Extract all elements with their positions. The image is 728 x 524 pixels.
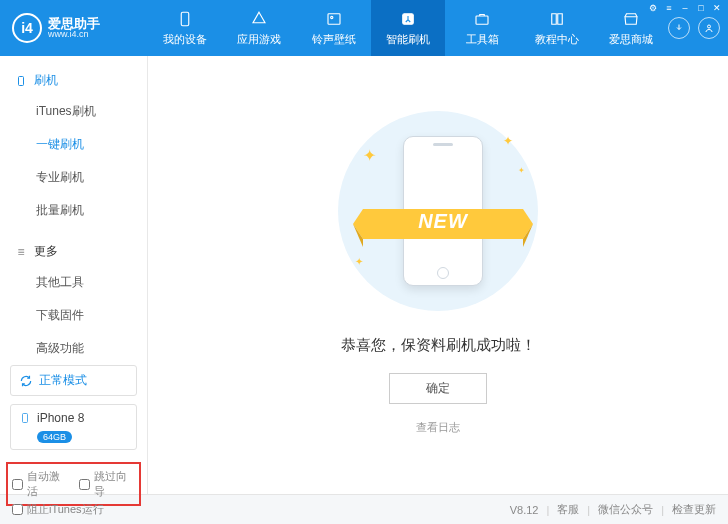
sidebar-item-itunes-flash[interactable]: iTunes刷机 xyxy=(0,95,147,128)
apps-icon xyxy=(249,9,269,29)
nav-label: 爱思商城 xyxy=(609,32,653,47)
update-link[interactable]: 检查更新 xyxy=(672,502,716,517)
sidebar-section-flash[interactable]: 刷机 xyxy=(0,66,147,95)
success-illustration: ✦ ✦ ✦ ✦ NEW xyxy=(333,106,543,316)
refresh-icon xyxy=(19,374,33,388)
device-box[interactable]: iPhone 8 64GB xyxy=(10,404,137,450)
store-icon xyxy=(621,9,641,29)
nav-store[interactable]: 爱思商城 xyxy=(594,0,668,56)
maximize-icon[interactable]: □ xyxy=(696,3,706,13)
nav-label: 我的设备 xyxy=(163,32,207,47)
nav-label: 工具箱 xyxy=(466,32,499,47)
block-itunes-checkbox[interactable]: 阻止iTunes运行 xyxy=(12,502,104,517)
nav-ringtones[interactable]: 铃声壁纸 xyxy=(297,0,371,56)
nav-label: 智能刷机 xyxy=(386,32,430,47)
phone-outline-icon xyxy=(14,74,28,88)
image-icon xyxy=(324,9,344,29)
nav-label: 教程中心 xyxy=(535,32,579,47)
nav-my-device[interactable]: 我的设备 xyxy=(148,0,222,56)
checks-highlight: 自动激活 跳过向导 xyxy=(6,462,141,506)
svg-rect-8 xyxy=(23,414,28,423)
phone-icon xyxy=(175,9,195,29)
success-message: 恭喜您，保资料刷机成功啦！ xyxy=(341,336,536,355)
svg-point-6 xyxy=(708,25,711,28)
nav-label: 应用游戏 xyxy=(237,32,281,47)
lines-icon: ≡ xyxy=(14,245,28,259)
close-icon[interactable]: ✕ xyxy=(712,3,722,13)
support-link[interactable]: 客服 xyxy=(557,502,579,517)
storage-badge: 64GB xyxy=(37,431,72,443)
download-icon[interactable] xyxy=(668,17,690,39)
sidebar-section-more[interactable]: ≡ 更多 xyxy=(0,237,147,266)
user-icon[interactable] xyxy=(698,17,720,39)
sidebar-item-other-tools[interactable]: 其他工具 xyxy=(0,266,147,299)
sidebar-item-oneclick-flash[interactable]: 一键刷机 xyxy=(0,128,147,161)
nav-tutorials[interactable]: 教程中心 xyxy=(519,0,593,56)
sidebar-item-download-firmware[interactable]: 下载固件 xyxy=(0,299,147,332)
book-icon xyxy=(547,9,567,29)
sidebar-section-label: 刷机 xyxy=(34,72,58,89)
content: ✦ ✦ ✦ ✦ NEW 恭喜您，保资料刷机成功啦！ 确定 查看日志 xyxy=(148,56,728,494)
nav-flash[interactable]: 智能刷机 xyxy=(371,0,445,56)
mode-label: 正常模式 xyxy=(39,372,87,389)
ribbon-text: NEW xyxy=(353,210,533,233)
auto-activate-checkbox[interactable]: 自动激活 xyxy=(12,469,69,499)
sidebar-item-batch-flash[interactable]: 批量刷机 xyxy=(0,194,147,227)
version-label: V8.12 xyxy=(510,504,539,516)
toolbox-icon xyxy=(472,9,492,29)
wechat-link[interactable]: 微信公众号 xyxy=(598,502,653,517)
nav: 我的设备 应用游戏 铃声壁纸 智能刷机 工具箱 教程中心 爱思商城 xyxy=(148,0,668,56)
svg-rect-5 xyxy=(476,16,488,24)
svg-rect-2 xyxy=(328,14,340,25)
nav-apps[interactable]: 应用游戏 xyxy=(222,0,296,56)
sidebar: 刷机 iTunes刷机 一键刷机 专业刷机 批量刷机 ≡ 更多 其他工具 下载固… xyxy=(0,56,148,494)
device-name: iPhone 8 xyxy=(37,411,84,425)
view-log-link[interactable]: 查看日志 xyxy=(416,420,460,435)
logo-icon: i4 xyxy=(12,13,42,43)
ok-button[interactable]: 确定 xyxy=(389,373,487,404)
sidebar-item-pro-flash[interactable]: 专业刷机 xyxy=(0,161,147,194)
nav-toolbox[interactable]: 工具箱 xyxy=(445,0,519,56)
flash-icon xyxy=(398,9,418,29)
skip-guide-checkbox[interactable]: 跳过向导 xyxy=(79,469,136,499)
device-phone-icon xyxy=(19,411,31,425)
sidebar-section-label: 更多 xyxy=(34,243,58,260)
header: i4 爱思助手 www.i4.cn 我的设备 应用游戏 铃声壁纸 智能刷机 工具… xyxy=(0,0,728,56)
svg-rect-0 xyxy=(181,12,189,26)
svg-rect-7 xyxy=(19,76,24,85)
sidebar-item-advanced[interactable]: 高级功能 xyxy=(0,332,147,365)
check-label: 跳过向导 xyxy=(94,469,136,499)
check-label: 阻止iTunes运行 xyxy=(27,502,104,517)
logo-area: i4 爱思助手 www.i4.cn xyxy=(0,13,148,43)
minimize-icon[interactable]: – xyxy=(680,3,690,13)
check-label: 自动激活 xyxy=(27,469,69,499)
svg-point-3 xyxy=(330,16,332,18)
mode-indicator[interactable]: 正常模式 xyxy=(10,365,137,396)
brand-url: www.i4.cn xyxy=(48,30,100,39)
nav-label: 铃声壁纸 xyxy=(312,32,356,47)
